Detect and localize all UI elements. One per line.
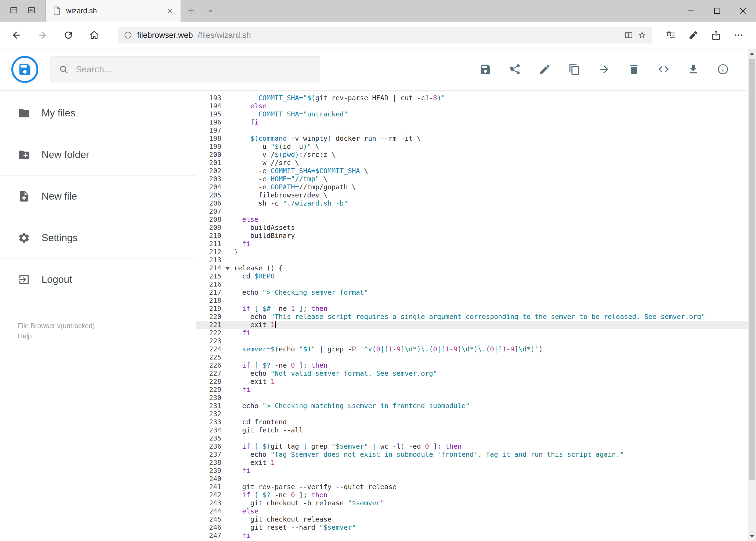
code-row[interactable]: 218 <box>196 296 748 305</box>
filebrowser-logo[interactable] <box>11 56 38 83</box>
close-button[interactable] <box>730 0 756 22</box>
code-row[interactable]: 215 cd $REPO <box>196 272 748 280</box>
address-bar[interactable]: filebrowser.web/files/wizard.sh <box>118 27 652 44</box>
code-row[interactable]: 242 if [ $? -ne 0 ]; then <box>196 491 748 499</box>
code-row[interactable]: 197 <box>196 126 748 135</box>
code-row[interactable]: 236 if [ $(git tag | grep "$semver" | wc… <box>196 442 748 450</box>
help-link[interactable]: Help <box>18 331 95 341</box>
code-row[interactable]: 244 else <box>196 507 748 515</box>
save-icon[interactable] <box>479 63 491 75</box>
code-row[interactable]: 198 $(command -v winpty) docker run --rm… <box>196 135 748 143</box>
code-row[interactable]: 240 <box>196 475 748 483</box>
home-icon[interactable] <box>86 27 103 44</box>
browser-tab-active[interactable]: wizard.sh <box>46 0 180 22</box>
minimize-button[interactable] <box>678 0 704 22</box>
code-row[interactable]: 208 else <box>196 216 748 224</box>
scrollbar-thumb[interactable] <box>749 59 755 480</box>
code-row[interactable]: 200 -v /$(pwd):/src:z \ <box>196 151 748 159</box>
reading-view-icon[interactable] <box>624 31 633 39</box>
code-row[interactable]: 219 if [ $# -ne 1 ]; then <box>196 305 748 313</box>
code-row[interactable]: 241 git rev-parse --verify --quiet relea… <box>196 483 748 491</box>
tab-list-chevron-icon[interactable] <box>202 0 219 22</box>
move-arrow-icon[interactable] <box>598 63 610 75</box>
refresh-icon[interactable] <box>60 27 77 44</box>
code-row[interactable]: 203 -e HOME="//tmp" \ <box>196 175 748 183</box>
code-row[interactable]: 246 git reset --hard "$semver" <box>196 523 748 532</box>
code-row[interactable]: 230 <box>196 394 748 402</box>
code-row[interactable]: 224 semver=$(echo "$1" | grep -P '^v(0|[… <box>196 345 748 353</box>
code-row[interactable]: 235 <box>196 434 748 442</box>
tab-close-icon[interactable] <box>166 7 173 14</box>
favorites-hub-icon[interactable] <box>663 28 678 43</box>
code-row[interactable]: 227 echo "Not valid semver format. See s… <box>196 369 748 377</box>
code-row[interactable]: 234 git fetch --all <box>196 426 748 434</box>
code-row[interactable]: 233 cd frontend <box>196 418 748 426</box>
search-box[interactable] <box>50 56 320 82</box>
favorite-star-icon[interactable] <box>638 31 646 39</box>
tab-preview-icon[interactable] <box>27 6 36 16</box>
code-row[interactable]: 202 -e COMMIT_SHA=$COMMIT_SHA \ <box>196 167 748 175</box>
new-tab-button[interactable] <box>180 0 202 22</box>
code-row[interactable]: 247 fi <box>196 532 748 540</box>
code-view-icon[interactable] <box>657 63 670 75</box>
code-row[interactable]: 228 exit 1 <box>196 377 748 386</box>
code-row[interactable]: 207 <box>196 208 748 216</box>
download-icon[interactable] <box>687 63 699 75</box>
code-row[interactable]: 199 -u "$(id -u)" \ <box>196 143 748 151</box>
browser-share-icon[interactable] <box>708 28 724 43</box>
rename-pencil-icon[interactable] <box>539 63 551 75</box>
code-row[interactable]: 206 sh -c "./wizard.sh -b" <box>196 199 748 208</box>
page-scrollbar[interactable] <box>748 49 756 541</box>
share-icon[interactable] <box>509 63 521 75</box>
sidebar-item-new-folder[interactable]: New folder <box>0 134 196 176</box>
scrollbar-down-icon[interactable] <box>748 532 756 541</box>
code-row[interactable]: 225 <box>196 353 748 361</box>
sidebar-item-settings[interactable]: Settings <box>0 217 196 259</box>
back-icon[interactable] <box>8 27 25 44</box>
code-row[interactable]: 223 <box>196 337 748 345</box>
browser-menu-ellipsis-icon[interactable] <box>731 28 746 43</box>
set-aside-tabs-icon[interactable] <box>9 6 18 16</box>
code-row[interactable]: 229 fi <box>196 386 748 394</box>
fold-toggle-icon[interactable] <box>225 267 230 270</box>
sidebar-item-new-file[interactable]: New file <box>0 176 196 217</box>
code-row[interactable]: 196 fi <box>196 118 748 126</box>
web-notes-pen-icon[interactable] <box>686 28 701 43</box>
code-row[interactable]: 209 buildAssets <box>196 224 748 232</box>
code-row[interactable]: 232 <box>196 410 748 418</box>
site-info-icon[interactable] <box>124 31 132 39</box>
code-row[interactable]: 211 fi <box>196 240 748 248</box>
code-row[interactable]: 243 git checkout -b release "$semver" <box>196 499 748 507</box>
forward-icon[interactable] <box>34 27 51 44</box>
code-row[interactable]: 221 exit 1 <box>196 321 748 329</box>
code-row[interactable]: 226 if [ $? -ne 0 ]; then <box>196 361 748 369</box>
code-row[interactable]: 220 echo "This release script requires a… <box>196 313 748 321</box>
code-row[interactable]: 194 else <box>196 102 748 110</box>
code-row[interactable]: 204 -e GOPATH=//tmp/gopath \ <box>196 183 748 191</box>
info-icon[interactable] <box>717 63 729 75</box>
scrollbar-up-icon[interactable] <box>748 49 756 58</box>
code-row[interactable]: 217 echo "> Checking semver format" <box>196 288 748 296</box>
code-row[interactable]: 214release () { <box>196 264 748 272</box>
code-row[interactable]: 238 exit 1 <box>196 459 748 467</box>
code-row[interactable]: 222 fi <box>196 329 748 337</box>
code-row[interactable]: 212} <box>196 248 748 256</box>
code-row[interactable]: 216 <box>196 280 748 288</box>
code-row[interactable]: 231 echo "> Checking matching $semver in… <box>196 402 748 410</box>
code-row[interactable]: 237 echo "Tag $semver does not exist in … <box>196 450 748 459</box>
code-row[interactable]: 195 COMMIT_SHA="untracked" <box>196 110 748 118</box>
code-row[interactable]: 193 COMMIT_SHA="$(git rev-parse HEAD | c… <box>196 94 748 102</box>
search-input[interactable] <box>76 64 312 75</box>
copy-icon[interactable] <box>569 63 581 75</box>
sidebar-item-my-files[interactable]: My files <box>0 92 196 134</box>
delete-trash-icon[interactable] <box>628 63 640 75</box>
code-row[interactable]: 213 <box>196 256 748 264</box>
code-editor[interactable]: 193 COMMIT_SHA="$(git rev-parse HEAD | c… <box>196 90 748 541</box>
code-row[interactable]: 239 fi <box>196 467 748 475</box>
sidebar-item-logout[interactable]: Logout <box>0 259 196 300</box>
code-row[interactable]: 205 filebrowser/dev \ <box>196 191 748 199</box>
maximize-button[interactable] <box>704 0 730 22</box>
code-row[interactable]: 210 buildBinary <box>196 232 748 240</box>
code-row[interactable]: 245 git checkout release <box>196 515 748 523</box>
code-row[interactable]: 201 -w //src \ <box>196 159 748 167</box>
